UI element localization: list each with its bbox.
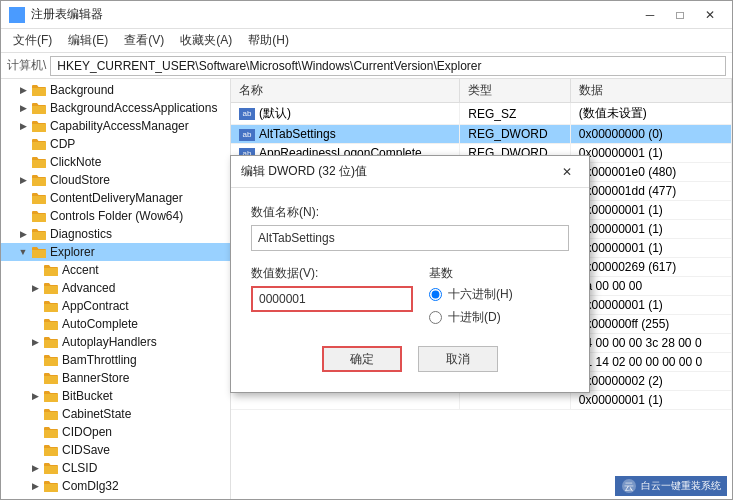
cell-data: 24 00 00 00 3c 28 00 0	[570, 334, 731, 353]
table-row[interactable]: ab(默认)REG_SZ(数值未设置)	[231, 103, 732, 125]
tree-toggle-background[interactable]: ▶	[17, 84, 29, 96]
tree-item-cdp[interactable]: CDP	[1, 135, 230, 153]
tree-item-clsid[interactable]: ▶CLSID	[1, 459, 230, 477]
menu-item-V[interactable]: 查看(V)	[116, 31, 172, 51]
value-row: 数值数据(V): 基数 十六进制(H) 十进制(D)	[251, 265, 569, 326]
cell-data: 0x00000001 (1)	[570, 201, 731, 220]
name-input[interactable]	[251, 225, 569, 251]
tree-item-cidSave[interactable]: CIDSave	[1, 441, 230, 459]
tree-label-bamThrottling: BamThrottling	[62, 353, 137, 367]
data-input[interactable]	[251, 286, 413, 312]
tree-label-bitBucket: BitBucket	[62, 389, 113, 403]
tree-toggle-capabilityAccess[interactable]: ▶	[17, 120, 29, 132]
tree-item-autoComplete[interactable]: AutoComplete	[1, 315, 230, 333]
tree-toggle-cloudStore[interactable]: ▶	[17, 174, 29, 186]
tree-item-bamThrottling[interactable]: BamThrottling	[1, 351, 230, 369]
tree-item-bannerStore[interactable]: BannerStore	[1, 369, 230, 387]
svg-rect-1	[18, 9, 24, 15]
tree-item-controlPanel[interactable]: ControlPanel	[1, 495, 230, 499]
menu-item-H[interactable]: 帮助(H)	[240, 31, 297, 51]
cell-type	[460, 391, 571, 410]
minimize-button[interactable]: ─	[636, 5, 664, 25]
tree-toggle-bitBucket[interactable]: ▶	[29, 390, 41, 402]
base-label: 基数	[429, 265, 569, 282]
title-bar: 注册表编辑器 ─ □ ✕	[1, 1, 732, 29]
data-label: 数值数据(V):	[251, 265, 413, 282]
table-row[interactable]: abAltTabSettingsREG_DWORD0x00000000 (0)	[231, 125, 732, 144]
folder-icon-controlsFolder	[31, 208, 47, 224]
cell-data: 0x000001dd (477)	[570, 182, 731, 201]
confirm-button[interactable]: 确定	[322, 346, 402, 372]
cell-data: 0x00000001 (1)	[570, 239, 731, 258]
close-button[interactable]: ✕	[696, 5, 724, 25]
tree-item-explorer[interactable]: ▼Explorer	[1, 243, 230, 261]
maximize-button[interactable]: □	[666, 5, 694, 25]
cell-data: 0x000000ff (255)	[570, 315, 731, 334]
tree-item-cabinetState[interactable]: CabinetState	[1, 405, 230, 423]
cell-type: REG_SZ	[460, 103, 571, 125]
dec-radio[interactable]	[429, 311, 442, 324]
folder-icon-bannerStore	[43, 370, 59, 386]
tree-item-contentDelivery[interactable]: ContentDeliveryManager	[1, 189, 230, 207]
tree-item-clickNote[interactable]: ClickNote	[1, 153, 230, 171]
tree-label-backgroundAccessApps: BackgroundAccessApplications	[50, 101, 217, 115]
tree-label-capabilityAccess: CapabilityAccessManager	[50, 119, 189, 133]
tree-item-backgroundAccessApps[interactable]: ▶BackgroundAccessApplications	[1, 99, 230, 117]
col-name: 名称	[231, 79, 460, 103]
dec-radio-label[interactable]: 十进制(D)	[429, 309, 569, 326]
tree-toggle-comDlg32[interactable]: ▶	[29, 480, 41, 492]
tree-label-cabinetState: CabinetState	[62, 407, 131, 421]
window-controls: ─ □ ✕	[636, 5, 724, 25]
hex-radio-text: 十六进制(H)	[448, 286, 513, 303]
menu-item-E[interactable]: 编辑(E)	[60, 31, 116, 51]
dialog-close-button[interactable]: ✕	[555, 162, 579, 182]
cancel-button[interactable]: 取消	[418, 346, 498, 372]
tree-toggle-accent	[29, 264, 41, 276]
tree-toggle-clsid[interactable]: ▶	[29, 462, 41, 474]
folder-icon-contentDelivery	[31, 190, 47, 206]
watermark-box: 云 白云一键重装系统	[615, 476, 727, 496]
tree-label-clsid: CLSID	[62, 461, 97, 475]
tree-item-cidOpen[interactable]: CIDOpen	[1, 423, 230, 441]
folder-icon-appContract	[43, 298, 59, 314]
tree-label-diagnostics: Diagnostics	[50, 227, 112, 241]
tree-item-background[interactable]: ▶Background	[1, 81, 230, 99]
tree-item-autoplayHandlers[interactable]: ▶AutoplayHandlers	[1, 333, 230, 351]
cell-type: REG_DWORD	[460, 125, 571, 144]
tree-label-background: Background	[50, 83, 114, 97]
tree-panel[interactable]: ▶Background▶BackgroundAccessApplications…	[1, 79, 231, 499]
tree-toggle-explorer[interactable]: ▼	[17, 246, 29, 258]
folder-icon-comDlg32	[43, 478, 59, 494]
tree-item-accent[interactable]: Accent	[1, 261, 230, 279]
tree-toggle-autoplayHandlers[interactable]: ▶	[29, 336, 41, 348]
tree-label-advanced: Advanced	[62, 281, 115, 295]
tree-toggle-advanced[interactable]: ▶	[29, 282, 41, 294]
tree-item-cloudStore[interactable]: ▶CloudStore	[1, 171, 230, 189]
menu-item-A[interactable]: 收藏夹(A)	[172, 31, 240, 51]
table-row[interactable]: 0x00000001 (1)	[231, 391, 732, 410]
tree-item-appContract[interactable]: AppContract	[1, 297, 230, 315]
tree-item-capabilityAccess[interactable]: ▶CapabilityAccessManager	[1, 117, 230, 135]
cell-data: 0x00000000 (0)	[570, 125, 731, 144]
tree-item-advanced[interactable]: ▶Advanced	[1, 279, 230, 297]
tree-toggle-contentDelivery	[17, 192, 29, 204]
tree-item-bitBucket[interactable]: ▶BitBucket	[1, 387, 230, 405]
tree-item-comDlg32[interactable]: ▶ComDlg32	[1, 477, 230, 495]
tree-toggle-diagnostics[interactable]: ▶	[17, 228, 29, 240]
tree-label-cidOpen: CIDOpen	[62, 425, 112, 439]
hex-radio-label[interactable]: 十六进制(H)	[429, 286, 569, 303]
folder-icon-advanced	[43, 280, 59, 296]
address-path[interactable]: HKEY_CURRENT_USER\Software\Microsoft\Win…	[50, 56, 726, 76]
tree-toggle-bamThrottling	[29, 354, 41, 366]
menu-item-F[interactable]: 文件(F)	[5, 31, 60, 51]
folder-icon-backgroundAccessApps	[31, 100, 47, 116]
dialog-buttons: 确定 取消	[251, 346, 569, 376]
tree-item-diagnostics[interactable]: ▶Diagnostics	[1, 225, 230, 243]
edit-dword-dialog[interactable]: 编辑 DWORD (32 位)值 ✕ 数值名称(N): 数值数据(V): 基数	[230, 155, 590, 393]
hex-radio[interactable]	[429, 288, 442, 301]
tree-label-bannerStore: BannerStore	[62, 371, 129, 385]
dialog-title: 编辑 DWORD (32 位)值	[241, 163, 555, 180]
tree-item-controlsFolder[interactable]: Controls Folder (Wow64)	[1, 207, 230, 225]
tree-toggle-backgroundAccessApps[interactable]: ▶	[17, 102, 29, 114]
tree-label-contentDelivery: ContentDeliveryManager	[50, 191, 183, 205]
